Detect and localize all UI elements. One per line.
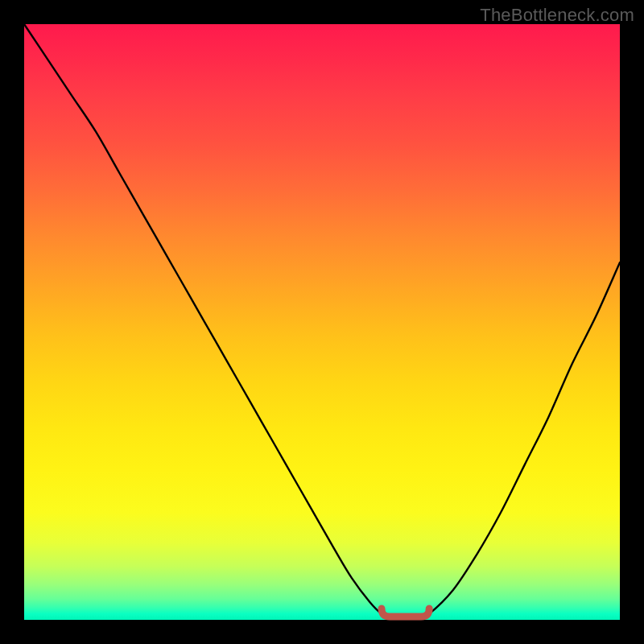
- bottleneck-curve: [24, 24, 620, 621]
- chart-svg: [24, 24, 620, 620]
- chart-area: [24, 24, 620, 620]
- watermark-text: TheBottleneck.com: [480, 5, 634, 26]
- optimal-range-marker: [382, 609, 429, 617]
